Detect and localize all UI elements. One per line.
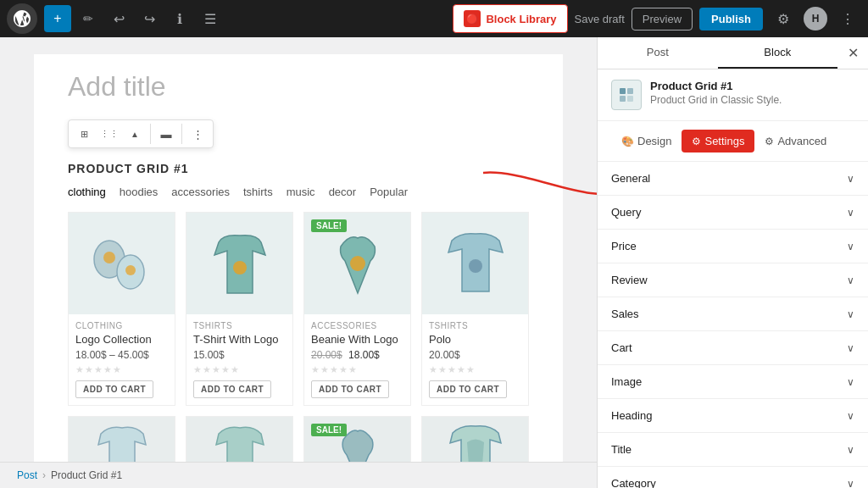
section-price-header[interactable]: Price ∨ [598, 230, 868, 263]
more-block-options[interactable]: ⋮ [186, 122, 209, 146]
save-draft-button[interactable]: Save draft [575, 13, 625, 25]
preview-button[interactable]: Preview [632, 8, 693, 30]
section-category-label: Category [611, 477, 656, 488]
new-price-3: 18.00$ [348, 349, 380, 361]
product-image-2 [186, 213, 292, 314]
product-category-2: TSHIRTS [193, 321, 286, 330]
svg-rect-8 [620, 88, 626, 94]
filter-tab-hoodies[interactable]: hoodies [120, 186, 159, 198]
block-type-button[interactable]: ⊞ [72, 122, 96, 146]
add-to-cart-4[interactable]: ADD TO CART [429, 380, 507, 398]
more-options-button[interactable]: ⋮ [834, 5, 861, 32]
add-to-cart-3[interactable]: ADD TO CART [311, 380, 389, 398]
product-grid-title: PRODUCT GRID #1 [68, 162, 529, 175]
pencil-button[interactable]: ✏ [75, 5, 102, 32]
product-name-2: T-Shirt With Logo [193, 333, 286, 346]
section-sales-label: Sales [611, 308, 639, 320]
section-general-label: General [611, 172, 650, 185]
advanced-label: Advanced [777, 135, 826, 147]
product-name-1: Logo Collection [75, 333, 168, 346]
filter-tab-clothing[interactable]: clothing [68, 186, 106, 198]
section-price: Price ∨ [598, 230, 868, 263]
section-sales-header[interactable]: Sales ∨ [598, 297, 868, 330]
product-info-2: TSHIRTS T-Shirt With Logo 15.00$ ★★★★★ A… [186, 314, 292, 405]
tab-design[interactable]: 🎨 Design [611, 130, 682, 152]
title-placeholder[interactable]: Add title [68, 71, 529, 103]
filter-tab-decor[interactable]: decor [329, 186, 357, 198]
plugin-icon[interactable]: H [804, 7, 827, 30]
section-review-header[interactable]: Review ∨ [598, 263, 868, 297]
block-info-icon [611, 80, 642, 110]
product-category-4: TSHIRTS [429, 321, 521, 330]
block-info-text: Product Grid #1 Product Grid in Classic … [650, 80, 782, 106]
settings-icon: ⚙ [692, 136, 701, 147]
section-category-header[interactable]: Category ∨ [598, 467, 868, 488]
add-to-cart-2[interactable]: ADD TO CART [193, 380, 271, 398]
editor-content: Add title ⊞ ⋮⋮ ▲ ▬ ⋮ PRODUCT GRID #1 clo… [34, 54, 563, 488]
chevron-query: ∨ [847, 207, 854, 219]
align-button[interactable]: ▬ [154, 122, 178, 146]
section-heading-label: Heading [611, 409, 652, 422]
tab-settings[interactable]: ⚙ Settings [682, 130, 754, 152]
panel-close-button[interactable]: ✕ [837, 37, 868, 69]
product-stars-2: ★★★★★ [193, 364, 286, 375]
block-library-icon: 🔴 [464, 10, 481, 27]
list-view-button[interactable]: ☰ [197, 5, 224, 32]
transform-button[interactable]: ⋮⋮ [97, 122, 121, 146]
section-image-header[interactable]: Image ∨ [598, 365, 868, 398]
section-query: Query ∨ [598, 196, 868, 230]
settings-icon-button[interactable]: ⚙ [770, 5, 797, 32]
product-info-3: ACCESSORIES Beanie With Logo 20.00$ 18.0… [304, 314, 410, 405]
publish-button[interactable]: Publish [699, 8, 763, 30]
info-button[interactable]: ℹ [166, 5, 193, 32]
block-toolbar: ⊞ ⋮⋮ ▲ ▬ ⋮ [68, 119, 214, 148]
divider [150, 124, 151, 144]
chevron-cart: ∨ [847, 342, 854, 354]
filter-tab-accessories[interactable]: accessories [171, 186, 230, 198]
filter-tab-tshirts[interactable]: tshirts [243, 186, 273, 198]
product-stars-4: ★★★★★ [429, 364, 521, 375]
tab-post[interactable]: Post [598, 37, 718, 69]
section-image-label: Image [611, 375, 642, 388]
section-general-header[interactable]: General ∨ [598, 162, 868, 195]
redo-button[interactable]: ↪ [136, 5, 163, 32]
section-title-header[interactable]: Title ∨ [598, 433, 868, 466]
section-review-label: Review [611, 274, 648, 286]
add-to-cart-1[interactable]: ADD TO CART [75, 380, 153, 398]
breadcrumb-current: Product Grid #1 [51, 469, 122, 481]
section-cart-label: Cart [611, 341, 632, 354]
breadcrumb-post[interactable]: Post [17, 469, 37, 481]
settings-tabs: 🎨 Design ⚙ Settings ⚙ Advanced [598, 121, 868, 162]
block-library-button[interactable]: 🔴 Block Library [453, 4, 567, 33]
product-card: TSHIRTS T-Shirt With Logo 15.00$ ★★★★★ A… [186, 212, 293, 406]
section-heading-header[interactable]: Heading ∨ [598, 399, 868, 432]
move-up-button[interactable]: ▲ [123, 122, 147, 146]
filter-tab-popular[interactable]: Popular [370, 186, 408, 198]
toolbar-right: 🔴 Block Library Save draft Preview Publi… [453, 4, 861, 33]
toolbar: + ✏ ↩ ↪ ℹ ☰ 🔴 Block Library Save draft P… [0, 0, 868, 37]
chevron-sales: ∨ [847, 308, 854, 320]
design-label: Design [637, 135, 671, 147]
section-category: Category ∨ [598, 467, 868, 488]
chevron-review: ∨ [847, 274, 854, 286]
tab-block[interactable]: Block [718, 37, 838, 69]
add-block-button[interactable]: + [44, 5, 71, 32]
right-panel: Post Block ✕ Product Grid #1 Product Gri… [597, 37, 868, 488]
wp-logo[interactable] [7, 3, 37, 34]
product-price-3: 20.00$ 18.00$ [311, 349, 403, 361]
section-image: Image ∨ [598, 365, 868, 399]
undo-button[interactable]: ↩ [105, 5, 132, 32]
svg-point-3 [125, 265, 136, 275]
filter-tab-music[interactable]: music [287, 186, 315, 198]
chevron-title: ∨ [847, 444, 854, 456]
product-info-1: CLOTHING Logo Collection 18.00$ – 45.00$… [69, 314, 175, 405]
chevron-image: ∨ [847, 376, 854, 388]
section-query-header[interactable]: Query ∨ [598, 196, 868, 229]
svg-rect-11 [627, 96, 633, 102]
product-category-1: CLOTHING [75, 321, 168, 330]
tab-advanced[interactable]: ⚙ Advanced [754, 130, 837, 152]
block-info-name: Product Grid #1 [650, 80, 782, 92]
section-cart-header[interactable]: Cart ∨ [598, 331, 868, 364]
product-price-4: 20.00$ [429, 349, 521, 361]
svg-point-5 [350, 256, 365, 271]
